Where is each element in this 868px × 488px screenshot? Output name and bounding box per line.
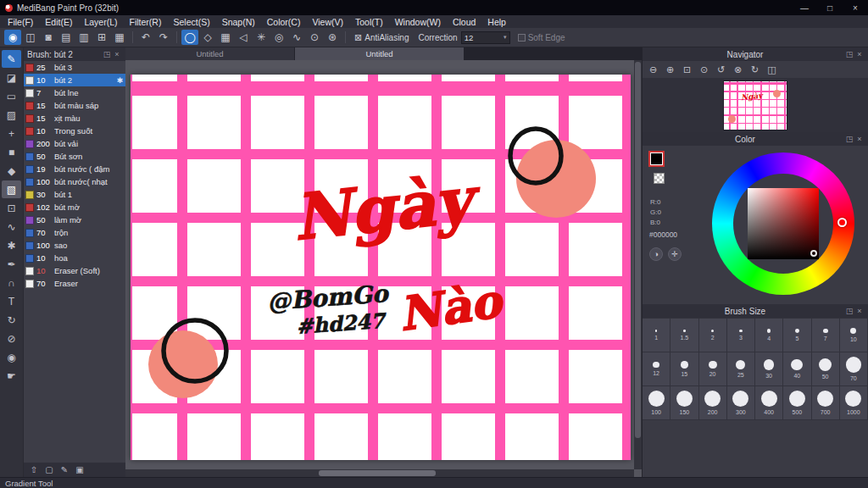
brush-item-sao[interactable]: 100sao xyxy=(24,239,125,252)
new-brush-icon[interactable]: ▢ xyxy=(43,464,55,475)
menu-item-filter-r[interactable]: Filter(R) xyxy=(124,15,168,28)
brush-size-option-2[interactable]: 2 xyxy=(699,319,727,352)
redo-icon[interactable]: ↷ xyxy=(155,30,172,45)
cross-snap-icon[interactable]: ✳ xyxy=(253,30,270,45)
polygon-snap-icon[interactable]: ◇ xyxy=(199,30,216,45)
vanishing-snap-icon[interactable]: ⊛ xyxy=(324,30,341,45)
popout-icon[interactable]: ◳ xyxy=(102,50,112,58)
transparent-color-swatch[interactable] xyxy=(654,173,665,184)
zoom-out-icon[interactable]: ⊖ xyxy=(645,63,661,76)
curve-snap-icon[interactable]: ∿ xyxy=(288,30,305,45)
brush-item-b-t-2[interactable]: 10bút 2✱ xyxy=(24,74,125,86)
brush-size-option-50[interactable]: 50 xyxy=(812,352,840,386)
popout-icon[interactable]: ◳ xyxy=(844,50,854,58)
undo-icon[interactable]: ↶ xyxy=(137,30,154,45)
zoom-actual-icon[interactable]: ⊙ xyxy=(696,63,712,76)
materials-icon[interactable]: ▦ xyxy=(111,30,128,45)
text-tool[interactable]: T xyxy=(2,292,21,310)
horizontal-scroll-thumb[interactable] xyxy=(319,470,436,476)
brush-item-eraser[interactable]: 70Eraser xyxy=(24,277,125,290)
brush-folder-icon[interactable]: ▣ xyxy=(74,464,86,475)
gradient-tool[interactable]: ▧ xyxy=(2,180,21,198)
menu-item-file-f[interactable]: File(F) xyxy=(2,15,39,28)
brush-item-b-t-s-n[interactable]: 50Bút sơn xyxy=(24,150,125,163)
brush-size-option-1.5[interactable]: 1.5 xyxy=(670,319,698,352)
brush-preview-icon[interactable]: ◉ xyxy=(4,30,21,45)
close-icon[interactable]: × xyxy=(854,50,865,58)
brush-size-option-300[interactable]: 300 xyxy=(727,386,755,420)
menu-item-edit-e[interactable]: Edit(E) xyxy=(39,15,78,28)
menu-item-window-w[interactable]: Window(W) xyxy=(389,15,447,28)
triangle-snap-icon[interactable]: ◁ xyxy=(235,30,252,45)
select-marquee-tool[interactable]: ⊡ xyxy=(2,199,21,217)
zoom-in-icon[interactable]: ⊕ xyxy=(662,63,678,76)
move-tool[interactable]: + xyxy=(2,125,21,142)
comment-icon[interactable]: ◙ xyxy=(40,30,57,45)
vertical-scroll-thumb[interactable] xyxy=(635,62,641,438)
menu-item-tool-t[interactable]: Tool(T) xyxy=(349,15,389,28)
color-mode-icon[interactable]: ◑ xyxy=(649,247,663,261)
add-brush-icon[interactable]: ⇧ xyxy=(28,464,40,475)
menu-item-color-c[interactable]: Color(C) xyxy=(261,15,307,28)
soft-edge-checkbox[interactable]: Soft Edge xyxy=(518,33,565,42)
brush-size-option-500[interactable]: 500 xyxy=(783,386,811,420)
color-sliders-icon[interactable]: ✛ xyxy=(668,247,682,261)
brush-item-b-t-n-c-m[interactable]: 19bút nước ( đậm xyxy=(24,163,125,175)
sv-cursor[interactable] xyxy=(810,250,817,257)
document-tab-2[interactable]: Untitled xyxy=(295,47,465,60)
vertical-scrollbar[interactable] xyxy=(634,60,642,469)
foreground-color-swatch[interactable] xyxy=(650,152,663,165)
save-icon[interactable]: ◫ xyxy=(22,30,39,45)
horizontal-scrollbar[interactable] xyxy=(125,469,634,477)
magic-wand-tool[interactable]: ✱ xyxy=(2,236,21,254)
brush-size-option-4[interactable]: 4 xyxy=(755,319,783,352)
saturation-value-square[interactable] xyxy=(748,188,819,259)
maximize-button[interactable]: □ xyxy=(817,0,843,15)
brush-item-b-t-1[interactable]: 30bút 1 xyxy=(24,188,125,201)
popout-icon[interactable]: ◳ xyxy=(844,135,854,143)
brush-size-option-1[interactable]: 1 xyxy=(643,319,670,352)
brush-size-option-200[interactable]: 200 xyxy=(699,386,727,420)
menu-item-view-v[interactable]: View(V) xyxy=(306,15,349,28)
menu-item-layer-l[interactable]: Layer(L) xyxy=(78,15,123,28)
color-wheel[interactable] xyxy=(712,152,854,295)
brush-item-eraser-soft[interactable]: 10Eraser (Soft) xyxy=(24,264,125,277)
minimize-button[interactable]: — xyxy=(792,0,817,15)
brush-size-option-100[interactable]: 100 xyxy=(643,386,670,420)
bucket-tool[interactable]: ◆ xyxy=(2,162,21,180)
brush-item-l-m-m[interactable]: 50làm mờ xyxy=(24,214,125,226)
canvas-viewport[interactable]: NgàyNào@BomGo#hd247 xyxy=(125,60,634,469)
zoom-fit-icon[interactable]: ⊡ xyxy=(679,63,695,76)
brush-item-trong-su-t[interactable]: 10Trong suốt xyxy=(24,125,125,137)
document-tab-1[interactable]: Untitled xyxy=(125,47,295,60)
ellipse-snap-icon[interactable]: ◯ xyxy=(181,30,198,45)
lasso-tool[interactable]: ∿ xyxy=(2,218,21,236)
brush-size-option-5[interactable]: 5 xyxy=(783,319,811,352)
brush-item-tr-n[interactable]: 70trộn xyxy=(24,226,125,239)
close-icon[interactable]: × xyxy=(854,135,865,143)
edit-brush-icon[interactable]: ✎ xyxy=(58,464,70,475)
eyedropper-tool[interactable]: ◉ xyxy=(2,348,21,366)
divide-tool[interactable]: ⊘ xyxy=(2,330,21,347)
blur-tool[interactable]: ▨ xyxy=(2,106,21,124)
eraser-tool[interactable]: ◪ xyxy=(2,69,21,86)
close-button[interactable]: × xyxy=(843,0,868,15)
brush-settings-gear-icon[interactable]: ✱ xyxy=(114,76,125,85)
brush-tool[interactable]: ✎ xyxy=(2,50,21,68)
brush-item-b-t-m-u-s-p[interactable]: 15bút màu sáp xyxy=(24,99,125,112)
concentric-snap-icon[interactable]: ◎ xyxy=(270,30,287,45)
hand-tool[interactable]: ☛ xyxy=(2,367,21,385)
brush-size-option-3[interactable]: 3 xyxy=(727,319,755,352)
correction-select[interactable]: 12 ▾ xyxy=(461,31,510,44)
brush-size-option-400[interactable]: 400 xyxy=(755,386,783,420)
brush-size-option-7[interactable]: 7 xyxy=(812,319,840,352)
select-rect-tool[interactable]: ▭ xyxy=(2,87,21,105)
page-list-icon[interactable]: ▤ xyxy=(58,30,75,45)
brush-item-x-t-m-u[interactable]: 15xịt màu xyxy=(24,112,125,125)
brush-size-option-700[interactable]: 700 xyxy=(812,386,840,420)
grid-view-icon[interactable]: ⊞ xyxy=(93,30,110,45)
popout-icon[interactable]: ◳ xyxy=(844,307,854,315)
brush-item-b-t-lne[interactable]: 7bút lne xyxy=(24,86,125,99)
brush-size-option-10[interactable]: 10 xyxy=(840,319,868,352)
brush-size-option-15[interactable]: 15 xyxy=(670,352,698,386)
